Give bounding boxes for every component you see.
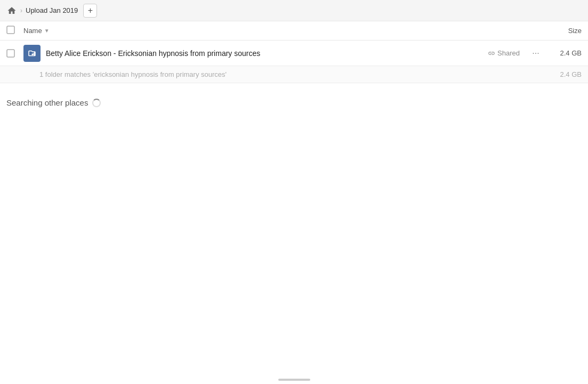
scrollbar-indicator — [278, 379, 310, 381]
breadcrumb-chevron: › — [20, 7, 22, 14]
sort-icon: ▼ — [44, 28, 50, 34]
file-size: 2.4 GB — [550, 49, 582, 57]
breadcrumb-title: Upload Jan 2019 — [26, 6, 78, 14]
size-column-label: Size — [568, 27, 582, 35]
name-column-header[interactable]: Name ▼ — [23, 27, 539, 35]
file-icon-wrap — [23, 45, 41, 62]
svg-rect-1 — [7, 50, 14, 57]
home-icon — [7, 6, 17, 15]
match-info-row: 1 folder matches 'ericksonian hypnosis f… — [0, 66, 588, 83]
checkbox-icon — [6, 26, 15, 34]
name-column-label: Name — [23, 27, 42, 35]
searching-label: Searching other places — [6, 98, 88, 107]
file-name: Betty Alice Erickson - Ericksonian hypno… — [46, 49, 488, 58]
size-column-header: Size — [539, 27, 582, 35]
loading-spinner — [92, 99, 101, 107]
file-checkbox[interactable] — [6, 49, 19, 58]
home-button[interactable] — [4, 3, 19, 18]
searching-other-places-section: Searching other places — [0, 83, 588, 114]
more-options-icon: ··· — [532, 49, 539, 58]
add-button[interactable]: + — [83, 4, 97, 18]
file-shared-badge: Shared — [488, 49, 520, 57]
more-options-button[interactable]: ··· — [528, 46, 543, 61]
checkbox-icon — [6, 49, 15, 58]
link-icon — [488, 50, 495, 57]
select-all-checkbox[interactable] — [6, 26, 19, 36]
folder-link-icon — [27, 49, 37, 58]
breadcrumb-bar: › Upload Jan 2019 + — [0, 0, 588, 21]
match-text: 1 folder matches 'ericksonian hypnosis f… — [39, 70, 227, 78]
file-list-item[interactable]: Betty Alice Erickson - Ericksonian hypno… — [0, 41, 588, 66]
column-header-row: Name ▼ Size — [0, 21, 588, 41]
svg-rect-0 — [7, 26, 14, 34]
match-size: 2.4 GB — [560, 70, 582, 78]
shared-label: Shared — [497, 49, 520, 57]
